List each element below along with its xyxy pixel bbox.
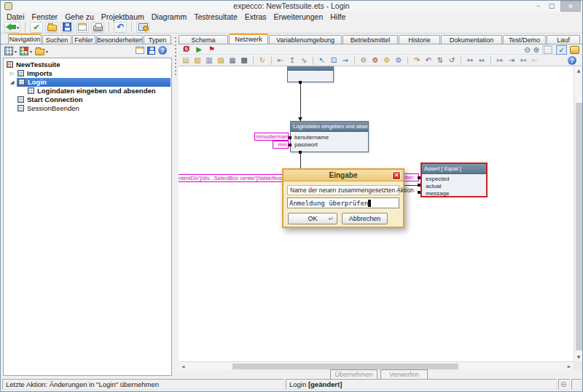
input-pin-actual[interactable]: actual	[422, 183, 486, 190]
discard-button[interactable]: Verwerfen	[380, 369, 428, 380]
value-label-xpath[interactable]: ntentDiv']/div...SelectBox center']/tabl…	[179, 174, 283, 182]
menu-item-hilfe[interactable]: Hilfe	[326, 12, 349, 21]
rotate-left-icon[interactable]: ↶	[424, 56, 433, 65]
swap-vertical-icon[interactable]: ⇅	[436, 56, 445, 65]
new-element-icon[interactable]: ▤	[181, 56, 190, 65]
menu-item-fenster[interactable]: Fenster	[28, 12, 62, 21]
maximize-button[interactable]: ▢	[546, 1, 557, 12]
new-window-button[interactable]	[76, 22, 89, 33]
debug-flag-icon[interactable]: ⚑	[208, 45, 215, 53]
tree-item-newtestsuite[interactable]: NewTestsuite	[4, 60, 171, 69]
zoom-in-icon[interactable]: ⊕	[533, 46, 539, 54]
input-pin[interactable]	[289, 144, 292, 146]
tree-item-imports[interactable]: ▷ Imports	[4, 69, 171, 78]
menu-item-diagramm[interactable]: Diagramm	[148, 12, 190, 21]
dialog-close-button[interactable]: ✕	[392, 171, 401, 180]
dialog-title[interactable]: Eingabe	[283, 170, 403, 181]
save-button[interactable]	[60, 22, 74, 33]
align-top-icon[interactable]: ↥	[288, 56, 297, 65]
minimize-button[interactable]: –	[533, 1, 544, 12]
apply-button[interactable]: Übernehmen	[330, 369, 377, 380]
input-pin[interactable]	[418, 184, 420, 187]
stop-record-icon[interactable]: Ø	[183, 44, 189, 54]
cancel-button[interactable]: Abbrechen	[342, 213, 388, 224]
network-canvas[interactable]: Logindaten eingeben und absenden benuter…	[179, 66, 574, 361]
tree-item-start-connection[interactable]: Start Connection	[4, 95, 171, 104]
input-pin-passwort[interactable]: passwort	[291, 141, 368, 149]
status-minus-icon[interactable]: ⊖	[558, 379, 570, 390]
save-tree-icon[interactable]	[147, 47, 155, 55]
palette-icon[interactable]	[570, 46, 579, 54]
value-label-password[interactable]: mm	[273, 141, 289, 149]
resize-step-icon[interactable]: ⊡	[329, 56, 338, 65]
input-pin-benutername[interactable]: benutername	[291, 134, 368, 141]
snap-checkbox[interactable]: ✓	[556, 45, 567, 55]
help-icon[interactable]: ?	[568, 56, 576, 65]
breakpoint-step-icon[interactable]: ⚙	[383, 56, 391, 65]
back-button[interactable]: ▾	[4, 22, 20, 33]
undo-button[interactable]: ↶	[114, 22, 127, 33]
value-label-username[interactable]: mmustermann	[254, 133, 289, 141]
rotate-right-icon[interactable]: ↷	[412, 56, 421, 65]
input-pin[interactable]	[418, 191, 420, 194]
edit-element-icon[interactable]: ▧	[193, 56, 202, 65]
vertical-scrollbar[interactable]: ▲ ▼	[574, 66, 582, 361]
menu-item-extras[interactable]: Extras	[241, 12, 270, 21]
new-item-dropdown[interactable]: + ▾	[4, 47, 17, 55]
connection-wire[interactable]	[300, 84, 301, 121]
menu-item-datei[interactable]: Datei	[3, 12, 28, 21]
run-icon[interactable]: ▶	[196, 45, 202, 53]
vertical-scroll-thumb[interactable]	[576, 103, 582, 350]
open-button[interactable]	[45, 22, 58, 33]
menu-item-erweiterungen[interactable]: Erweiterungen	[270, 12, 327, 21]
input-pin[interactable]	[418, 176, 420, 179]
trace-step-icon[interactable]: ⚙	[394, 56, 403, 65]
pin-right-icon[interactable]: ⇥	[507, 56, 516, 65]
help-icon[interactable]: ?	[158, 46, 167, 55]
enable-step-icon[interactable]: ⚙	[359, 56, 368, 65]
menu-item-testresultate[interactable]: Testresultate	[190, 12, 241, 21]
action-name-input[interactable]: Anmeldung überprüfen	[287, 197, 399, 208]
join-pins-icon[interactable]: ↔	[466, 56, 474, 65]
pin-up-icon[interactable]: ↤	[519, 56, 528, 65]
align-corner-icon[interactable]: ⇘	[300, 56, 308, 65]
open-in-window-icon[interactable]	[136, 47, 144, 54]
back-dropdown-caret[interactable]: ▾	[17, 25, 19, 30]
element-save-icon[interactable]: ▦	[228, 56, 237, 65]
tree-item-logindaten[interactable]: Logindaten eingeben und absenden	[4, 87, 171, 95]
panel-splitter[interactable]	[173, 34, 178, 375]
element-test-icon[interactable]: ▨	[216, 56, 225, 65]
zoom-out-icon[interactable]: ⊖	[524, 46, 530, 54]
input-pin-expected[interactable]: expected	[422, 176, 486, 183]
element-library-icon[interactable]: ▩	[240, 56, 249, 65]
diagram-node-assert[interactable]: Assert [ Equal ] expected actual message	[420, 162, 488, 197]
split-pins-icon[interactable]: ⇔	[477, 56, 486, 65]
tree-item-login[interactable]: ◢ Login	[4, 78, 171, 87]
new-folder-dropdown[interactable]: + ▾	[35, 47, 48, 55]
connection-wire[interactable]	[300, 152, 301, 168]
new-colored-item-dropdown[interactable]: + ▾	[20, 47, 32, 55]
element-code-icon[interactable]: ▥	[205, 56, 214, 65]
tab-netzwerk[interactable]: Netzwerk	[229, 34, 268, 44]
menu-item-projektbaum[interactable]: Projektbaum	[98, 12, 148, 21]
disable-step-icon[interactable]: ⚙	[371, 56, 380, 65]
scroll-down-arrow[interactable]: ▼	[574, 353, 583, 361]
expander-collapsed-icon[interactable]: ▷	[10, 69, 14, 78]
loop-icon[interactable]: ↺	[447, 56, 456, 65]
accept-button[interactable]: ✔	[30, 22, 43, 33]
diagram-node-top[interactable]	[287, 66, 334, 82]
pin-disabled-icon[interactable]: ⇤	[531, 56, 539, 65]
align-left-icon[interactable]: ⇤	[276, 56, 285, 65]
refresh-layout-icon[interactable]: ↻	[258, 56, 267, 65]
insert-step-icon[interactable]: ⇒	[341, 56, 350, 65]
input-pin[interactable]	[289, 136, 292, 139]
scroll-up-arrow[interactable]: ▲	[574, 66, 583, 75]
ok-button[interactable]: OK↵	[288, 213, 337, 224]
pin-left-icon[interactable]: ↦	[496, 56, 504, 65]
grid-toggle[interactable]	[542, 45, 553, 55]
add-connection-icon[interactable]: ↖	[318, 56, 326, 65]
print-button[interactable]	[91, 22, 104, 33]
tab-navigation[interactable]: Navigation	[8, 34, 42, 44]
menu-item-gehe-zu[interactable]: Gehe zu	[61, 12, 98, 21]
settings-button[interactable]	[136, 22, 149, 33]
